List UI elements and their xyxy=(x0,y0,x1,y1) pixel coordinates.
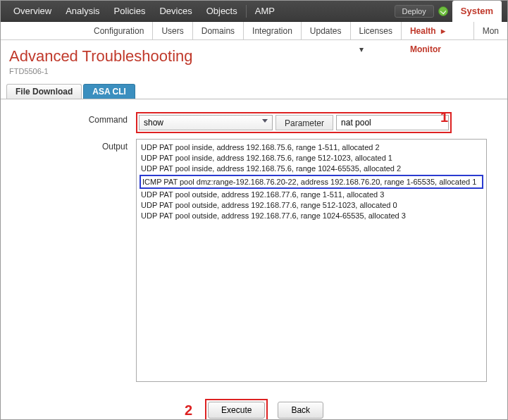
nav-separator xyxy=(246,5,247,18)
subnav-licenses[interactable]: Licenses ▾ xyxy=(351,22,402,40)
execute-highlight: Execute xyxy=(205,399,268,420)
deploy-button[interactable]: Deploy xyxy=(395,5,434,18)
tab-strip: File Download ASA CLI xyxy=(1,82,507,99)
subnav-users[interactable]: Users xyxy=(153,22,192,40)
parameter-label: Parameter xyxy=(275,115,333,130)
nav-objects[interactable]: Objects xyxy=(199,1,244,22)
output-line: UDP PAT pool outside, address 192.168.77… xyxy=(141,211,482,221)
callout-1: 1 xyxy=(440,109,448,125)
nav-overview[interactable]: Overview xyxy=(6,1,58,22)
command-param-highlight: show Parameter xyxy=(136,112,452,133)
output-line: UDP PAT pool outside, address 192.168.77… xyxy=(141,190,482,200)
command-select-value: show xyxy=(144,118,163,128)
nav-amp[interactable]: AMP xyxy=(248,1,282,22)
nav-analysis[interactable]: Analysis xyxy=(58,1,106,22)
parameter-input[interactable] xyxy=(336,115,449,130)
sub-navbar: Configuration Users Domains Integration … xyxy=(1,22,507,40)
subnav-health-monitor[interactable]: Health ▸ Monitor xyxy=(402,22,474,40)
output-textarea[interactable]: UDP PAT pool inside, address 192.168.75.… xyxy=(136,139,487,382)
nav-devices[interactable]: Devices xyxy=(152,1,199,22)
button-row: 2 Execute Back xyxy=(9,388,499,420)
subnav-domains[interactable]: Domains xyxy=(193,22,244,40)
tab-asa-cli[interactable]: ASA CLI xyxy=(83,84,135,99)
tab-file-download[interactable]: File Download xyxy=(6,84,82,99)
nav-policies[interactable]: Policies xyxy=(107,1,153,22)
output-line: UDP PAT pool inside, address 192.168.75.… xyxy=(141,142,482,153)
subnav-mon-partial[interactable]: Mon xyxy=(474,22,507,40)
output-line: UDP PAT pool outside, address 192.168.77… xyxy=(141,200,482,211)
output-label: Output xyxy=(9,139,136,152)
top-navbar: Overview Analysis Policies Devices Objec… xyxy=(1,1,507,22)
chevron-down-icon xyxy=(262,119,268,123)
callout-2: 2 xyxy=(185,402,192,419)
execute-button[interactable]: Execute xyxy=(208,402,265,419)
output-line: UDP PAT pool inside, address 192.168.75.… xyxy=(141,163,482,174)
nav-system[interactable]: System xyxy=(452,1,502,22)
subnav-health-label: Health xyxy=(410,26,436,36)
output-line: UDP PAT pool inside, address 192.168.75.… xyxy=(141,153,482,163)
command-select[interactable]: show xyxy=(139,115,273,130)
subnav-configuration[interactable]: Configuration xyxy=(85,22,153,40)
status-ok-icon xyxy=(438,6,448,16)
subnav-updates[interactable]: Updates xyxy=(302,22,351,40)
back-button[interactable]: Back xyxy=(278,402,323,419)
output-line-highlighted: ICMP PAT pool dmz:range-192.168.76.20-22… xyxy=(140,175,483,190)
subnav-integration[interactable]: Integration xyxy=(244,22,302,40)
subnav-monitor-label: Monitor xyxy=(410,44,441,54)
chevron-right-icon: ▸ xyxy=(441,26,445,36)
device-name: FTD5506-1 xyxy=(1,67,507,82)
command-label: Command xyxy=(9,112,136,125)
form-area: Command show Parameter 1 Output UDP PAT … xyxy=(1,99,507,420)
